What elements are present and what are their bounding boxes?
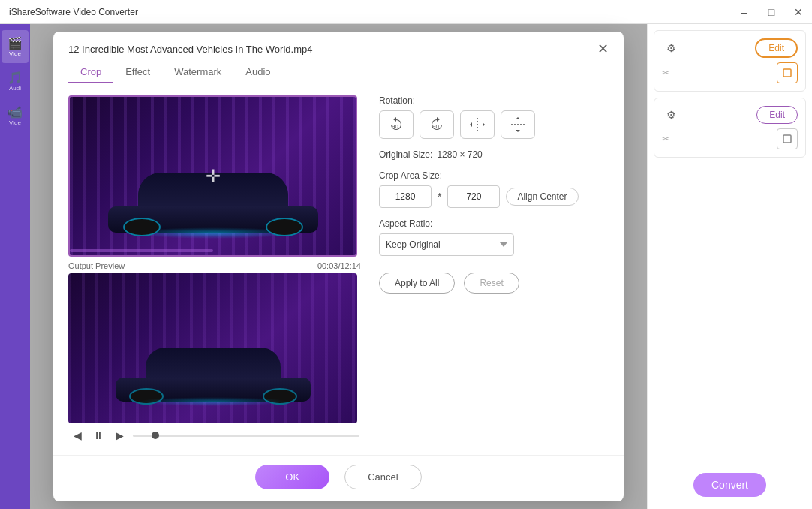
sidebar-item-video[interactable]: 🎬 Vide bbox=[2, 30, 29, 63]
card-1-edit-button[interactable]: Edit bbox=[755, 38, 798, 58]
card-2-top-row: ⚙ Edit bbox=[662, 106, 798, 124]
modal-header: 12 Incredible Most Advanced Vehicles In … bbox=[53, 32, 624, 56]
rotate-right-button[interactable]: 90 bbox=[420, 110, 454, 139]
apply-to-all-button[interactable]: Apply to All bbox=[379, 273, 455, 294]
card-1-crop-icon[interactable] bbox=[777, 62, 798, 83]
aspect-ratio-select[interactable]: Keep Original 16:9 4:3 1:1 9:16 bbox=[379, 233, 514, 256]
edit-modal: 12 Incredible Most Advanced Vehicles In … bbox=[53, 32, 624, 501]
original-size-label: Original Size: bbox=[379, 149, 432, 160]
tab-effect[interactable]: Effect bbox=[113, 62, 162, 83]
modal-tabs: Crop Effect Watermark Audio bbox=[53, 56, 624, 83]
minimize-button[interactable]: – bbox=[737, 6, 752, 18]
card-1-top-row: ⚙ Edit bbox=[662, 38, 798, 58]
right-panel-card-2: ⚙ Edit ✂ bbox=[654, 98, 806, 158]
tab-audio[interactable]: Audio bbox=[233, 62, 282, 83]
pause-button[interactable]: ⏸ bbox=[91, 428, 106, 443]
modal-footer: OK Cancel bbox=[53, 455, 624, 501]
output-time: 00:03/12:14 bbox=[317, 261, 361, 270]
crop-area-label: Crop Area Size: bbox=[379, 170, 609, 181]
align-center-button[interactable]: Align Center bbox=[506, 188, 578, 206]
reset-button[interactable]: Reset bbox=[464, 273, 519, 294]
aspect-ratio-label: Aspect Ratio: bbox=[379, 218, 609, 229]
settings-section: Rotation: 90 bbox=[361, 95, 609, 443]
aspect-ratio-row: Aspect Ratio: Keep Original 16:9 4:3 1:1… bbox=[379, 218, 609, 256]
output-label-row: Output Preview 00:03/12:14 bbox=[68, 260, 361, 272]
rotation-row: Rotation: 90 bbox=[379, 95, 609, 139]
input-video-preview: ✛ bbox=[68, 95, 357, 257]
right-panel: ⚙ Edit ✂ ⚙ Edit ✂ bbox=[647, 24, 812, 509]
original-size-row: Original Size: 1280 × 720 bbox=[379, 149, 609, 160]
svg-marker-6 bbox=[516, 117, 520, 119]
maximize-button[interactable]: □ bbox=[764, 6, 779, 18]
cancel-button[interactable]: Cancel bbox=[344, 465, 421, 489]
modal-title: 12 Incredible Most Advanced Vehicles In … bbox=[68, 44, 312, 55]
original-size-value: 1280 × 720 bbox=[437, 149, 482, 160]
svg-rect-9 bbox=[783, 135, 791, 143]
progress-bar[interactable] bbox=[133, 435, 359, 437]
svg-marker-3 bbox=[470, 122, 472, 127]
title-bar: iShareSoftware Video Converter – □ ✕ bbox=[0, 0, 812, 24]
window-controls: – □ ✕ bbox=[737, 0, 806, 24]
playback-controls: ◀ ⏸ ▶ bbox=[68, 428, 361, 443]
card-2-settings-icon[interactable]: ⚙ bbox=[662, 106, 680, 124]
card-2-crop-icon[interactable] bbox=[777, 128, 798, 149]
sidebar-item-audio[interactable]: 🎵 Audi bbox=[2, 65, 29, 98]
output-video-preview bbox=[68, 273, 357, 423]
flip-vertical-button[interactable] bbox=[501, 110, 535, 139]
progress-thumb[interactable] bbox=[152, 432, 159, 439]
video-preview-content: ✛ bbox=[70, 97, 356, 255]
rotation-buttons: 90 90 bbox=[379, 110, 609, 139]
modal-close-button[interactable]: ✕ bbox=[597, 42, 609, 56]
card-2-bottom-row: ✂ bbox=[662, 128, 798, 149]
app-body: 🎬 Vide 🎵 Audi 📹 Vide 12 Incredible Most … bbox=[0, 24, 812, 509]
card-2-scissors-icon: ✂ bbox=[662, 134, 669, 144]
svg-text:90: 90 bbox=[392, 123, 398, 130]
crop-inputs: * Align Center bbox=[379, 185, 609, 208]
close-window-button[interactable]: ✕ bbox=[791, 6, 806, 18]
crosshair-icon: ✛ bbox=[206, 166, 221, 187]
card-1-settings-icon[interactable]: ⚙ bbox=[662, 39, 680, 57]
resize-handle[interactable] bbox=[70, 249, 213, 252]
svg-marker-7 bbox=[516, 130, 520, 132]
prev-frame-button[interactable]: ◀ bbox=[70, 428, 85, 443]
crop-width-input[interactable] bbox=[379, 185, 432, 208]
convert-button[interactable]: Convert bbox=[693, 473, 766, 497]
card-2-edit-button[interactable]: Edit bbox=[756, 106, 798, 124]
output-preview-label: Output Preview bbox=[68, 261, 125, 270]
tab-crop[interactable]: Crop bbox=[68, 62, 113, 83]
main-content: 12 Incredible Most Advanced Vehicles In … bbox=[30, 24, 647, 509]
spacer bbox=[654, 164, 806, 461]
action-buttons: Apply to All Reset bbox=[379, 273, 609, 294]
flip-horizontal-button[interactable] bbox=[460, 110, 495, 139]
modal-overlay: 12 Incredible Most Advanced Vehicles In … bbox=[30, 24, 647, 509]
svg-text:90: 90 bbox=[432, 123, 439, 130]
crop-area-row: Crop Area Size: * Align Center bbox=[379, 170, 609, 208]
svg-rect-8 bbox=[783, 69, 791, 77]
crop-separator: * bbox=[438, 191, 441, 203]
ok-button[interactable]: OK bbox=[255, 465, 329, 489]
app-title: iShareSoftware Video Converter bbox=[9, 7, 138, 17]
next-frame-button[interactable]: ▶ bbox=[112, 428, 127, 443]
app-sidebar: 🎬 Vide 🎵 Audi 📹 Vide bbox=[0, 24, 30, 509]
right-panel-card-1: ⚙ Edit ✂ bbox=[654, 30, 806, 92]
rotate-left-button[interactable]: 90 bbox=[379, 110, 414, 139]
card-1-scissors-icon: ✂ bbox=[662, 68, 669, 78]
svg-marker-4 bbox=[483, 122, 485, 127]
tab-watermark[interactable]: Watermark bbox=[162, 62, 233, 83]
rotation-label: Rotation: bbox=[379, 95, 609, 106]
crop-height-input[interactable] bbox=[447, 185, 500, 208]
modal-body: ✛ Output Preview 00:03/12:14 bbox=[53, 83, 624, 455]
card-1-bottom-row: ✂ bbox=[662, 62, 798, 83]
sidebar-item-video2[interactable]: 📹 Vide bbox=[2, 99, 29, 132]
video-section: ✛ Output Preview 00:03/12:14 bbox=[68, 95, 361, 443]
